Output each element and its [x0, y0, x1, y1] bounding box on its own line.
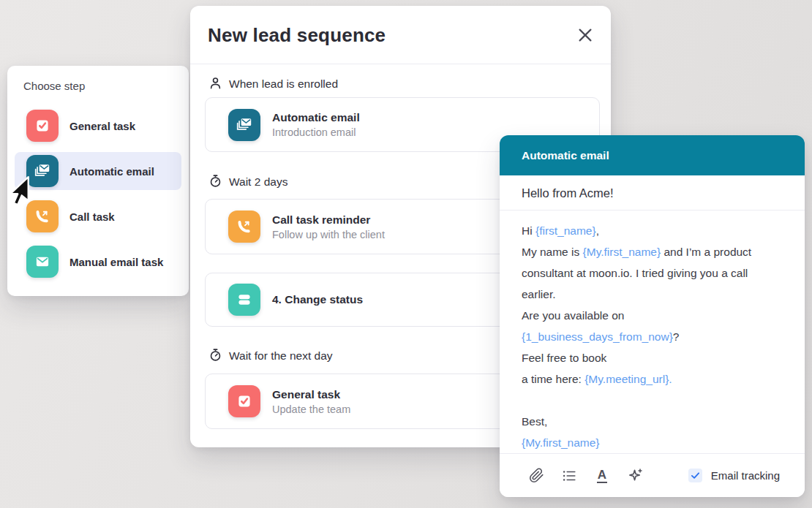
phone-outgoing-icon	[228, 211, 260, 243]
wait-text: Wait for the next day	[229, 349, 333, 363]
step-card-subtitle: Introduction email	[272, 126, 360, 138]
step-card-title: 4. Change status	[272, 293, 363, 306]
wait-label: Wait for the next day	[208, 346, 333, 366]
wait-text: Wait 2 days	[229, 175, 287, 189]
template-variable: {My.first_name}	[583, 246, 661, 258]
phone-outgoing-icon	[26, 200, 59, 232]
email-body-line: Hi {first_name},	[522, 220, 780, 241]
email-body-line	[522, 390, 780, 411]
mouse-cursor-icon	[10, 176, 29, 209]
email-preview-panel: Automatic email Hello from Acme! Hi {fir…	[500, 135, 805, 497]
bulleted-list-icon[interactable]	[560, 467, 578, 485]
stacked-email-icon	[228, 109, 260, 141]
task-check-icon	[228, 385, 260, 417]
email-tracking-checkbox[interactable]	[688, 469, 702, 482]
email-tracking-label: Email tracking	[711, 469, 780, 482]
choose-step-panel: Choose step General task Automatic email…	[7, 66, 189, 296]
email-body-line: My name is {My.first_name} and I’m a pro…	[522, 241, 780, 262]
template-variable: {first_name}	[535, 224, 596, 237]
email-body-editor[interactable]: Hi {first_name}, My name is {My.first_na…	[500, 211, 805, 453]
step-card-title: Call task reminder	[272, 213, 385, 227]
step-option-automatic-email[interactable]: Automatic email	[15, 152, 181, 190]
step-option-manual-email-task[interactable]: Manual email task	[15, 243, 181, 281]
text-style-icon[interactable]: A	[593, 467, 611, 485]
template-variable: {My.first_name}	[522, 436, 600, 449]
close-icon[interactable]	[576, 26, 595, 45]
email-subject-field[interactable]: Hello from Acme!	[500, 175, 805, 211]
step-option-call-task[interactable]: Call task	[15, 197, 181, 235]
stopwatch-icon	[208, 174, 222, 191]
step-card-subtitle: Update the team	[272, 403, 350, 415]
email-body-line: consultant at moon.io. I tried giving yo…	[522, 262, 780, 284]
email-body-line: a time here: {My.meeting_url}.	[522, 368, 780, 390]
email-body-line: Best,	[522, 411, 780, 432]
step-option-label: Call task	[69, 211, 115, 223]
step-option-label: General task	[69, 120, 135, 132]
attachment-icon[interactable]	[527, 467, 545, 485]
ai-sparkle-icon[interactable]	[626, 467, 644, 485]
task-check-icon	[26, 110, 59, 142]
email-toolbar: A Email tracking	[500, 453, 805, 497]
screen: Choose step General task Automatic email…	[0, 0, 812, 508]
email-body-line: Are you available on {1_business_days_fr…	[522, 305, 780, 347]
step-option-label: Automatic email	[69, 165, 154, 178]
email-body-line: {My.first_name}	[522, 432, 780, 453]
email-panel-header: Automatic email	[500, 135, 805, 175]
email-body-line: earlier.	[522, 284, 780, 305]
step-option-general-task[interactable]: General task	[15, 107, 181, 145]
person-icon	[208, 76, 222, 93]
envelope-icon	[26, 246, 59, 278]
modal-title: New lead sequence	[208, 6, 386, 64]
choose-step-title: Choose step	[23, 80, 85, 92]
step-card-title: General task	[272, 388, 350, 401]
wait-label: Wait 2 days	[208, 172, 287, 192]
template-variable: {My.meeting_url}.	[584, 373, 672, 385]
step-card-title: Automatic email	[272, 111, 360, 124]
status-icon	[228, 284, 260, 316]
template-variable: {1_business_days_from_now}	[522, 330, 673, 343]
email-tracking-toggle[interactable]: Email tracking	[688, 469, 780, 482]
email-body-line: Feel free to book	[522, 347, 780, 368]
stacked-email-icon	[26, 155, 59, 187]
step-card-subtitle: Follow up with the client	[272, 229, 385, 240]
step-option-label: Manual email task	[69, 256, 163, 268]
trigger-text: When lead is enrolled	[229, 77, 338, 91]
modal-header: New lead sequence	[190, 6, 611, 64]
trigger-label: When lead is enrolled	[208, 74, 338, 94]
stopwatch-icon	[208, 348, 222, 365]
